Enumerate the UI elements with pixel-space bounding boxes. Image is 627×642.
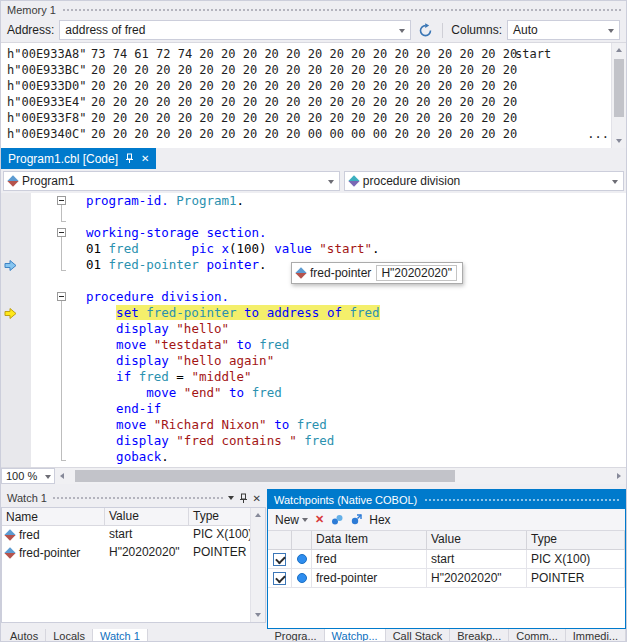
watchpoint-checkbox-cell bbox=[268, 569, 292, 588]
toggle-watchpoint-icon[interactable] bbox=[350, 514, 362, 526]
delete-watchpoint-icon[interactable]: ✕ bbox=[315, 513, 324, 526]
data-item-icon bbox=[295, 267, 306, 278]
tab-comm[interactable]: Comm... bbox=[509, 629, 566, 642]
memory-row[interactable]: h"00E933E4"20 20 20 20 20 20 20 20 20 20… bbox=[1, 94, 626, 110]
code-line[interactable] bbox=[86, 209, 626, 225]
memory-address: h"00E933BC" bbox=[1, 62, 91, 78]
watch-title-bar[interactable]: Watch 1 ✕ bbox=[1, 489, 266, 507]
scrollbar-thumb[interactable] bbox=[614, 59, 624, 117]
refresh-icon[interactable] bbox=[416, 21, 434, 39]
watchpoint-checkbox[interactable] bbox=[273, 572, 286, 585]
close-icon[interactable]: ✕ bbox=[141, 153, 149, 164]
tab-locals[interactable]: Locals bbox=[46, 629, 93, 642]
pin-icon[interactable] bbox=[239, 493, 248, 504]
hex-toggle-button[interactable]: Hex bbox=[369, 513, 390, 527]
close-icon[interactable]: ✕ bbox=[253, 493, 261, 504]
watchpoint-data-item-cell: fred-pointer bbox=[312, 569, 427, 588]
zoom-combobox[interactable]: 100 % bbox=[1, 468, 55, 484]
column-header-checkbox bbox=[268, 531, 292, 550]
code-line[interactable]: display "hello" bbox=[86, 321, 626, 337]
watch-title: Watch 1 bbox=[7, 492, 47, 504]
memory-address: h"00E9340C" bbox=[1, 126, 91, 142]
code-line[interactable]: end-if bbox=[86, 401, 626, 417]
watchpoint-checkbox[interactable] bbox=[273, 553, 286, 566]
memory-bytes: 73 74 61 72 74 20 20 20 20 20 20 20 20 2… bbox=[91, 46, 515, 62]
memory-title-bar[interactable]: Memory 1 bbox=[1, 1, 626, 18]
member-combobox[interactable]: procedure division bbox=[344, 171, 624, 191]
memory-row[interactable]: h"00E933A8"73 74 61 72 74 20 20 20 20 20… bbox=[1, 46, 626, 62]
code-line[interactable]: goback. bbox=[86, 449, 626, 465]
watchpoints-title-bar[interactable]: Watchpoints (Native COBOL) bbox=[268, 490, 625, 509]
watchpoints-view-icon[interactable] bbox=[331, 514, 343, 526]
watch-type-cell: POINTER bbox=[189, 544, 250, 562]
scroll-left-icon[interactable] bbox=[55, 469, 69, 483]
scroll-up-icon[interactable] bbox=[251, 508, 265, 522]
window-menu-icon[interactable] bbox=[228, 496, 234, 500]
watchpoint-value-cell: start bbox=[427, 550, 527, 569]
memory-grid[interactable]: h"00E933A8"73 74 61 72 74 20 20 20 20 20… bbox=[1, 43, 626, 148]
fold-collapse-icon[interactable] bbox=[57, 228, 66, 237]
watchpoint-indicator-cell bbox=[292, 550, 312, 569]
code-line[interactable]: move "Richard Nixon" to fred bbox=[86, 417, 626, 433]
breakpoint-margin[interactable] bbox=[1, 193, 31, 467]
code-line[interactable]: if fred = "middle" bbox=[86, 369, 626, 385]
memory-bytes: 20 20 20 20 20 20 20 20 20 20 20 20 20 2… bbox=[91, 62, 515, 78]
tab-immedi[interactable]: Immedi... bbox=[566, 629, 626, 642]
watch-row[interactable]: fredstartPIC X(100) bbox=[2, 526, 250, 544]
pin-icon[interactable] bbox=[125, 153, 134, 164]
scope-combobox[interactable]: Program1 bbox=[3, 171, 340, 191]
memory-ascii bbox=[515, 78, 626, 94]
watchpoint-data-item-cell: fred bbox=[312, 550, 427, 569]
editor-status-bar: 100 % bbox=[1, 467, 626, 484]
fold-collapse-icon[interactable] bbox=[57, 292, 66, 301]
watchpoints-grid[interactable]: Data Item Value Type fredstartPIC X(100)… bbox=[268, 531, 625, 628]
scrollbar-thumb[interactable] bbox=[75, 470, 455, 482]
watch-scrollbar[interactable] bbox=[250, 508, 265, 622]
code-line[interactable]: program-id. Program1. bbox=[86, 193, 626, 209]
fold-collapse-icon[interactable] bbox=[57, 196, 66, 205]
code-line[interactable]: working-storage section. bbox=[86, 225, 626, 241]
code-line[interactable]: display "fred contains " fred bbox=[86, 433, 626, 449]
tab-call-stack[interactable]: Call Stack bbox=[386, 629, 451, 642]
column-header-value[interactable]: Value bbox=[105, 508, 189, 525]
column-header-name[interactable]: Name bbox=[2, 508, 105, 525]
column-header-type[interactable]: Type bbox=[527, 531, 625, 550]
new-watchpoint-button[interactable]: New bbox=[275, 513, 308, 527]
watchpoint-row[interactable]: fred-pointerH"20202020"POINTER bbox=[268, 569, 625, 588]
tab-watchp[interactable]: Watchp... bbox=[325, 629, 386, 642]
memory-scrollbar[interactable] bbox=[611, 43, 626, 148]
code-line[interactable]: display "hello again" bbox=[86, 353, 626, 369]
memory-row[interactable]: h"00E9340C"20 20 20 20 20 20 20 20 20 20… bbox=[1, 126, 626, 142]
tab-breakp[interactable]: Breakp... bbox=[450, 629, 509, 642]
code-line[interactable]: set fred-pointer to address of fred bbox=[86, 305, 626, 321]
column-header-value[interactable]: Value bbox=[427, 531, 527, 550]
editor-hscrollbar[interactable] bbox=[55, 468, 626, 484]
address-combobox[interactable]: address of fred bbox=[59, 20, 411, 40]
chevron-down-icon bbox=[612, 180, 618, 184]
tab-progra[interactable]: Progra... bbox=[267, 629, 324, 642]
tab-program1-cbl[interactable]: Program1.cbl [Code] ✕ bbox=[1, 148, 156, 169]
scroll-down-icon[interactable] bbox=[612, 134, 626, 148]
memory-row[interactable]: h"00E933D0"20 20 20 20 20 20 20 20 20 20… bbox=[1, 78, 626, 94]
scroll-down-icon[interactable] bbox=[251, 608, 265, 622]
column-header-data-item[interactable]: Data Item bbox=[312, 531, 427, 550]
watch-grid[interactable]: Name Value Type fredstartPIC X(100)fred-… bbox=[2, 508, 250, 622]
bottom-tabs-left: AutosLocalsWatch 1 bbox=[3, 629, 148, 642]
scroll-up-icon[interactable] bbox=[612, 43, 626, 57]
code-line[interactable]: move "testdata" to fred bbox=[86, 337, 626, 353]
watchpoint-row[interactable]: fredstartPIC X(100) bbox=[268, 550, 625, 569]
tab-autos[interactable]: Autos bbox=[3, 629, 46, 642]
code-line[interactable]: move "end" to fred bbox=[86, 385, 626, 401]
memory-row[interactable]: h"00E933BC"20 20 20 20 20 20 20 20 20 20… bbox=[1, 62, 626, 78]
columns-combobox[interactable]: Auto bbox=[507, 20, 620, 40]
watch-row[interactable]: fred-pointerH"20202020"POINTER bbox=[2, 544, 250, 562]
memory-row[interactable]: h"00E933F8"20 20 20 20 20 20 20 20 20 20… bbox=[1, 110, 626, 126]
memory-bytes: 20 20 20 20 20 20 20 20 20 20 20 20 20 2… bbox=[91, 110, 515, 126]
column-header-type[interactable]: Type bbox=[189, 508, 250, 525]
scroll-right-icon[interactable] bbox=[612, 469, 626, 483]
code-line[interactable]: procedure division. bbox=[86, 289, 626, 305]
code-editor[interactable]: program-id. Program1.working-storage sec… bbox=[1, 193, 626, 467]
code-line[interactable]: 01 fred pic x(100) value "start". bbox=[86, 241, 626, 257]
scope-value: Program1 bbox=[22, 174, 75, 188]
tab-watch-1[interactable]: Watch 1 bbox=[93, 629, 148, 642]
